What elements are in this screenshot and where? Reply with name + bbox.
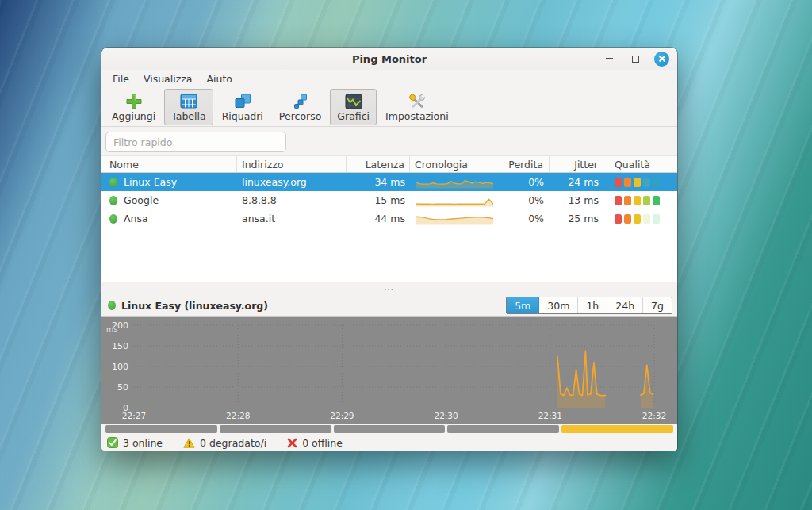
graph-timeline[interactable] (102, 424, 677, 435)
column-latenza[interactable]: Latenza (347, 156, 410, 172)
quality-square (634, 196, 641, 205)
svg-text:ms: ms (106, 324, 117, 333)
range-5m[interactable]: 5m (507, 297, 539, 313)
column-indirizzo[interactable]: Indirizzo (237, 156, 347, 172)
quality-square (615, 178, 622, 187)
host-jitter: 13 ms (550, 191, 603, 209)
host-name: Ansa (124, 213, 148, 224)
host-latency: 44 ms (347, 209, 410, 228)
svg-text:150: 150 (112, 341, 128, 351)
tiles-view-icon (234, 93, 251, 110)
menu-visualizza[interactable]: Visualizza (136, 71, 200, 86)
range-7g[interactable]: 7g (643, 297, 672, 313)
latency-sparkline (415, 213, 494, 225)
quick-filter-input[interactable] (105, 132, 286, 152)
graphs-icon (345, 93, 362, 110)
svg-text:22:27: 22:27 (122, 411, 146, 420)
column-qualita[interactable]: Qualità (603, 156, 677, 172)
offline-status-group: 0 offline (287, 437, 343, 449)
minimize-button[interactable] (602, 52, 616, 66)
time-range-selector: 5m 30m 1h 24h 7g (506, 297, 672, 314)
add-host-button[interactable]: Aggiungi (105, 89, 163, 125)
menu-aiuto[interactable]: Aiuto (200, 71, 240, 86)
svg-text:22:29: 22:29 (330, 411, 354, 420)
degraded-warning-icon (183, 438, 195, 448)
host-address: linuxeasy.org (237, 173, 347, 191)
host-jitter: 25 ms (550, 209, 603, 228)
tiles-view-button[interactable]: Riquadri (215, 89, 270, 125)
table-view-button[interactable]: Tabella (164, 89, 213, 125)
panel-splitter[interactable]: ⋯ (102, 282, 677, 296)
table-row[interactable]: Google 8.8.8.8 15 ms 0% 13 ms (102, 191, 677, 209)
timeline-segment[interactable] (561, 425, 673, 433)
menu-file[interactable]: File (105, 71, 136, 86)
online-status-dot (108, 301, 116, 310)
degraded-status-group: 0 degradato/i (183, 437, 266, 449)
splitter-handle-icon: ⋯ (384, 286, 396, 293)
svg-text:22:28: 22:28 (226, 411, 250, 420)
window-controls (602, 52, 669, 67)
column-jitter[interactable]: Jitter (550, 156, 603, 172)
quality-square (615, 214, 622, 224)
quality-indicator (603, 173, 677, 191)
quality-indicator (603, 209, 677, 228)
online-status-dot (109, 196, 117, 205)
svg-text:50: 50 (117, 382, 128, 393)
detail-host-title: Linux Easy (linuxeasy.org) (121, 300, 268, 312)
toolbar: Aggiungi Tabella Riquadri Percorso (102, 87, 677, 127)
timeline-segment[interactable] (334, 425, 446, 433)
timeline-segment[interactable] (447, 425, 559, 433)
online-status-dot (109, 214, 117, 224)
range-1h[interactable]: 1h (578, 297, 607, 313)
table-empty-area (102, 228, 677, 282)
timeline-segment[interactable] (220, 425, 331, 433)
maximize-icon (632, 56, 639, 63)
quality-square (653, 214, 660, 224)
online-status-group: 3 online (107, 437, 163, 449)
host-name: Google (124, 194, 159, 206)
range-24h[interactable]: 24h (607, 297, 643, 313)
table-header: Nome Indirizzo Latenza Cronologia Perdit… (102, 155, 677, 173)
latency-sparkline (415, 176, 494, 189)
column-nome[interactable]: Nome (102, 156, 237, 172)
titlebar[interactable]: Ping Monitor (102, 48, 677, 70)
statusbar: 3 online 0 degradato/i 0 offline (102, 435, 677, 451)
graphs-button[interactable]: Grafici (330, 89, 377, 125)
route-view-button[interactable]: Percorso (272, 89, 328, 125)
column-cronologia[interactable]: Cronologia (410, 156, 500, 172)
latency-chart: 05010015020022:2722:2822:2922:3022:3122:… (102, 316, 677, 424)
host-address: 8.8.8.8 (237, 191, 347, 209)
host-address: ansa.it (237, 209, 347, 228)
quality-square (634, 214, 641, 224)
filter-bar (102, 127, 677, 155)
quality-square (643, 178, 650, 187)
ping-monitor-window: Ping Monitor File Visualizza Aiuto Aggiu… (102, 48, 677, 451)
degraded-count-label: 0 degradato/i (200, 437, 266, 449)
online-count-label: 3 online (123, 437, 163, 449)
maximize-button[interactable] (628, 52, 642, 66)
settings-button[interactable]: Impostazioni (378, 89, 456, 125)
offline-count-label: 0 offline (302, 437, 343, 449)
close-button[interactable] (654, 52, 669, 67)
range-30m[interactable]: 30m (539, 297, 578, 313)
online-check-icon (107, 437, 118, 448)
quality-indicator (603, 191, 677, 209)
quality-square (643, 196, 650, 205)
add-icon (125, 93, 143, 110)
offline-x-icon (287, 438, 297, 448)
svg-text:100: 100 (112, 362, 128, 372)
quality-square (624, 178, 631, 187)
table-row[interactable]: Ansa ansa.it 44 ms 0% 25 ms (102, 209, 677, 228)
quality-square (615, 196, 622, 205)
route-view-icon (293, 93, 308, 110)
table-row[interactable]: Linux Easy linuxeasy.org 34 ms 0% 24 ms (102, 173, 677, 191)
host-loss: 0% (500, 191, 550, 209)
timeline-segment[interactable] (105, 425, 217, 433)
host-latency: 15 ms (347, 191, 410, 209)
column-perdita[interactable]: Perdita (500, 156, 550, 172)
host-loss: 0% (500, 173, 550, 191)
table-view-icon (180, 93, 197, 110)
minimize-icon (606, 58, 613, 59)
latency-sparkline (415, 194, 494, 207)
host-jitter: 24 ms (550, 173, 603, 191)
